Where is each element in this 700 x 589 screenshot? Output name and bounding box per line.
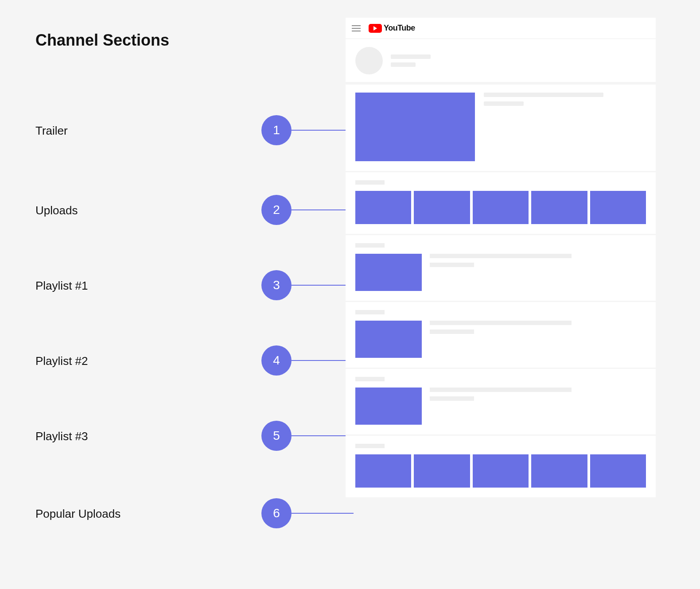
- upload-thumbnail[interactable]: [355, 191, 411, 224]
- popular-upload-thumbnail[interactable]: [473, 454, 529, 488]
- youtube-channel-mock: YouTube: [346, 18, 656, 497]
- badge-3: 3: [261, 270, 292, 300]
- section-heading-placeholder: [355, 243, 385, 248]
- section-heading-placeholder: [355, 310, 385, 314]
- section-label-playlist-3: Playlist #3: [35, 430, 88, 443]
- playlist-thumbnail[interactable]: [355, 388, 422, 425]
- trailer-meta: [484, 93, 603, 161]
- upload-thumbnail[interactable]: [414, 191, 470, 224]
- youtube-logo[interactable]: YouTube: [369, 23, 415, 33]
- badge-4: 4: [261, 345, 292, 376]
- channel-section-uploads: [346, 171, 656, 234]
- menu-icon[interactable]: [352, 25, 361, 31]
- playlist-meta: [430, 388, 572, 425]
- connector-1: [292, 130, 354, 131]
- channel-header: [346, 39, 656, 83]
- channel-section-playlist-3: [346, 368, 656, 434]
- badge-1: 1: [261, 115, 292, 145]
- connector-2: [292, 209, 354, 210]
- channel-section-popular-uploads: [346, 434, 656, 497]
- playlist-thumbnail[interactable]: [355, 321, 422, 358]
- channel-avatar[interactable]: [355, 47, 383, 74]
- badge-5: 5: [261, 421, 292, 451]
- youtube-play-icon: [369, 24, 382, 33]
- section-label-popular-uploads: Popular Uploads: [35, 507, 121, 521]
- section-label-playlist-2: Playlist #2: [35, 354, 88, 368]
- connector-5: [292, 435, 354, 436]
- popular-upload-thumbnail[interactable]: [531, 454, 587, 488]
- section-heading-placeholder: [355, 377, 385, 381]
- section-heading-placeholder: [355, 180, 385, 185]
- connector-3: [292, 285, 354, 286]
- popular-upload-thumbnail[interactable]: [355, 454, 411, 488]
- playlist-meta: [430, 254, 572, 291]
- youtube-topbar: YouTube: [346, 18, 656, 39]
- channel-section-trailer: [346, 83, 656, 171]
- section-heading-placeholder: [355, 444, 385, 448]
- popular-upload-thumbnail[interactable]: [590, 454, 646, 488]
- badge-6: 6: [261, 498, 292, 528]
- upload-thumbnail[interactable]: [473, 191, 529, 224]
- channel-section-playlist-2: [346, 301, 656, 368]
- playlist-thumbnail[interactable]: [355, 254, 422, 291]
- youtube-wordmark: YouTube: [384, 23, 415, 33]
- page-title: Channel Sections: [35, 31, 169, 50]
- section-label-playlist-1: Playlist #1: [35, 279, 88, 293]
- playlist-meta: [430, 321, 572, 358]
- section-label-trailer: Trailer: [35, 124, 68, 138]
- connector-6: [292, 513, 354, 514]
- trailer-video-thumbnail[interactable]: [355, 93, 475, 161]
- channel-section-playlist-1: [346, 234, 656, 301]
- badge-2: 2: [261, 195, 292, 225]
- upload-thumbnail[interactable]: [590, 191, 646, 224]
- connector-4: [292, 360, 354, 361]
- popular-upload-thumbnail[interactable]: [414, 454, 470, 488]
- channel-name-placeholder: [391, 54, 431, 67]
- upload-thumbnail[interactable]: [531, 191, 587, 224]
- section-label-uploads: Uploads: [35, 204, 78, 217]
